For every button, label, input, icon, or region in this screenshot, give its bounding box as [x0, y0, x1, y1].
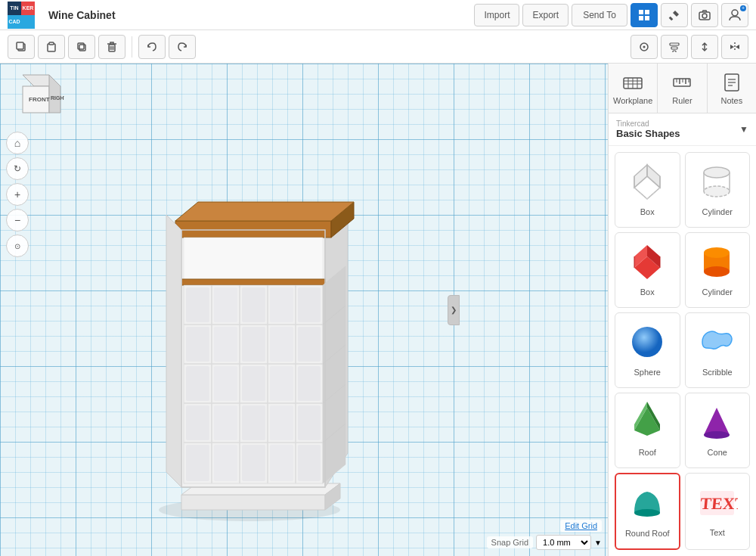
notes-button[interactable]: Notes [708, 64, 756, 113]
sphere-label: Sphere [634, 368, 661, 377]
shape-cone[interactable]: Cone [685, 393, 751, 468]
svg-rect-42 [181, 279, 325, 285]
shape-box-wireframe[interactable]: Box [615, 152, 680, 228]
delete-icon [107, 42, 117, 52]
duplicate-button[interactable] [68, 35, 95, 59]
snap-grid-select[interactable]: 1.0 mm 0.1 mm 0.5 mm 2.0 mm 5.0 mm 10.0 … [536, 535, 591, 550]
user-button[interactable]: + [721, 3, 748, 27]
flip-button[interactable] [691, 35, 718, 59]
export-button[interactable]: Export [522, 4, 569, 26]
topbar-right-icons: Import Export Send To [474, 3, 748, 27]
svg-point-119 [704, 266, 730, 277]
grid-icon [638, 9, 650, 21]
copy-button[interactable] [8, 35, 35, 59]
ruler-label: Ruler [672, 96, 692, 105]
scribble-icon [695, 319, 740, 365]
undo-button[interactable] [138, 35, 166, 59]
canvas-area[interactable]: FRONT RIGHT ⌂ ↻ + − ⊙ [0, 64, 608, 556]
panel-collapse-button[interactable]: ❯ [448, 295, 460, 325]
tinkercad-logo: TIN KER CAD [8, 2, 35, 29]
compass-button[interactable] [631, 35, 658, 59]
logo-cell-tin: TIN [8, 2, 21, 15]
copy-icon [16, 42, 26, 52]
edit-grid-label[interactable]: Edit Grid [560, 520, 602, 532]
toolbar [0, 30, 756, 64]
hammer-icon [668, 9, 680, 21]
zoom-out-button[interactable]: − [6, 209, 29, 231]
undo-icon [147, 42, 157, 52]
svg-point-125 [704, 431, 730, 439]
svg-rect-0 [639, 10, 643, 14]
shape-roof[interactable]: Roof [615, 393, 680, 468]
shape-round-roof[interactable]: Round Roof [615, 473, 680, 550]
grid-view-button[interactable] [631, 3, 658, 27]
zoom-in-button[interactable]: + [6, 183, 29, 206]
svg-rect-61 [298, 327, 321, 362]
shape-text[interactable]: TEXT Text [685, 473, 751, 550]
right-panel: Workplane Ruler [608, 64, 756, 556]
collapse-icon: ❯ [451, 306, 457, 314]
view-controls: ⌂ ↻ + − ⊙ [6, 132, 29, 257]
scribble-label: Scribble [702, 368, 733, 377]
mirror-icon [730, 42, 740, 52]
roof-icon [624, 399, 670, 445]
svg-text:FRONT: FRONT [29, 96, 50, 103]
workplane-button[interactable]: Workplane [609, 64, 658, 113]
svg-point-6 [702, 14, 707, 18]
round-roof-label: Round Roof [625, 529, 670, 538]
svg-rect-69 [242, 405, 265, 440]
svg-rect-38 [175, 221, 331, 238]
svg-rect-4 [669, 16, 674, 20]
box-wireframe-icon [624, 159, 670, 204]
redo-button[interactable] [169, 35, 196, 59]
home-view-button[interactable]: ⌂ [6, 132, 29, 154]
shape-cylinder-wireframe[interactable]: Cylinder [685, 152, 751, 228]
send-to-button[interactable]: Send To [572, 4, 627, 26]
svg-text:TEXT: TEXT [700, 494, 739, 513]
svg-marker-25 [736, 45, 739, 49]
text-shape-label: Text [710, 528, 725, 537]
ruler-button[interactable]: Ruler [658, 64, 707, 113]
snap-grid-dropdown-icon[interactable]: ▼ [594, 539, 602, 547]
rotate-view-button[interactable]: ↻ [6, 157, 29, 180]
camera-button[interactable] [691, 3, 718, 27]
zoom-fit-button[interactable]: ⊙ [6, 235, 29, 257]
import-button[interactable]: Import [474, 4, 519, 26]
wine-cabinet-svg [113, 139, 401, 533]
workplane-icon [622, 72, 643, 93]
svg-rect-60 [270, 327, 293, 362]
svg-rect-63 [214, 366, 237, 401]
panel-header-dropdown[interactable]: ▼ [739, 124, 748, 135]
sphere-icon [624, 319, 670, 365]
ruler-icon [671, 72, 692, 93]
delete-button[interactable] [98, 35, 125, 59]
shape-cylinder-solid[interactable]: Cylinder [685, 232, 751, 308]
logo-cell-cad2 [21, 15, 35, 29]
tools-button[interactable] [661, 3, 688, 27]
toolbar-right-group [631, 35, 748, 59]
paste-button[interactable] [38, 35, 65, 59]
shape-sphere[interactable]: Sphere [615, 312, 680, 388]
svg-marker-77 [323, 266, 345, 483]
shape-box-solid[interactable]: Box [615, 232, 680, 308]
svg-marker-40 [175, 202, 354, 221]
svg-point-126 [634, 509, 660, 517]
cone-label: Cone [708, 448, 727, 457]
svg-rect-67 [186, 405, 209, 440]
svg-rect-2 [639, 16, 643, 20]
cylinder-solid-label: Cylinder [702, 287, 733, 297]
svg-rect-54 [242, 287, 265, 322]
panel-header-sub: Tinkercad [616, 120, 680, 128]
panel-top-buttons: Workplane Ruler [609, 64, 756, 113]
paste-icon [46, 42, 57, 52]
shape-scribble[interactable]: Scribble [685, 312, 751, 388]
svg-rect-64 [242, 366, 265, 401]
svg-rect-41 [184, 238, 323, 279]
mirror-button[interactable] [721, 35, 748, 59]
shape-align-button[interactable] [661, 35, 688, 59]
compass-icon [639, 42, 649, 52]
svg-point-7 [732, 10, 738, 16]
svg-rect-65 [270, 366, 293, 401]
view-cube[interactable]: FRONT RIGHT [8, 71, 60, 124]
svg-rect-20 [670, 43, 679, 45]
